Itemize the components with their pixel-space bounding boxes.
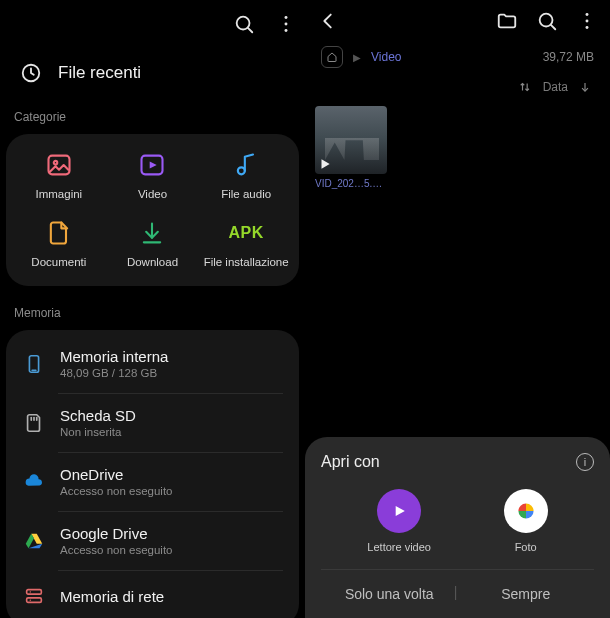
sort-row[interactable]: Data xyxy=(305,72,610,98)
back-icon[interactable] xyxy=(317,10,339,32)
storage-sub: Accesso non eseguito xyxy=(60,485,173,497)
app-video-player[interactable]: Lettore video xyxy=(367,489,431,553)
svg-marker-33 xyxy=(322,159,330,168)
category-label: Video xyxy=(138,188,167,200)
download-icon xyxy=(137,218,167,248)
onedrive-icon xyxy=(22,470,46,494)
app-label: Foto xyxy=(515,541,537,553)
sort-icon xyxy=(519,80,533,94)
storage-sd[interactable]: Scheda SD Non inserita xyxy=(6,393,299,452)
phone-icon xyxy=(22,352,46,376)
storage-network[interactable]: Memoria di rete xyxy=(6,570,299,618)
toolbar xyxy=(0,0,305,48)
svg-point-7 xyxy=(54,161,58,165)
svg-point-10 xyxy=(238,167,245,174)
category-label: File audio xyxy=(221,188,271,200)
category-label: Immagini xyxy=(36,188,83,200)
folder-toolbar xyxy=(305,0,610,38)
more-icon[interactable] xyxy=(275,13,297,35)
apk-icon: APK xyxy=(231,218,261,248)
network-storage-icon xyxy=(22,584,46,608)
svg-rect-22 xyxy=(27,598,42,603)
folder-view: ▶ Video 39,72 MB Data VID_202…5.mp4 Apri… xyxy=(305,0,610,618)
category-video[interactable]: Video xyxy=(106,150,200,200)
svg-point-28 xyxy=(586,20,589,23)
sheet-actions: Solo una volta Sempre xyxy=(321,569,594,618)
storage-title: OneDrive xyxy=(60,466,173,483)
storage-internal[interactable]: Memoria interna 48,09 GB / 128 GB xyxy=(6,334,299,393)
categories-header: Categorie xyxy=(0,106,305,134)
category-immagini[interactable]: Immagini xyxy=(12,150,106,200)
chevron-right-icon: ▶ xyxy=(353,52,361,63)
search-icon[interactable] xyxy=(536,10,558,32)
audio-icon xyxy=(231,150,261,180)
video-player-icon xyxy=(377,489,421,533)
search-icon[interactable] xyxy=(233,13,255,35)
open-once-button[interactable]: Solo una volta xyxy=(321,570,458,618)
google-drive-icon xyxy=(22,529,46,553)
video-icon xyxy=(137,150,167,180)
new-folder-icon[interactable] xyxy=(496,10,518,32)
file-name: VID_202…5.mp4 xyxy=(315,178,387,189)
categories-card: Immagini Video File audio Documenti xyxy=(6,134,299,286)
video-thumbnail xyxy=(315,106,387,174)
sort-label: Data xyxy=(543,80,568,94)
svg-point-27 xyxy=(586,13,589,16)
svg-rect-6 xyxy=(48,156,69,175)
play-icon xyxy=(318,157,332,171)
category-apk[interactable]: APK File installazione xyxy=(199,218,293,268)
app-google-photos[interactable]: Foto xyxy=(504,489,548,553)
home-icon[interactable] xyxy=(321,46,343,68)
recent-files-row[interactable]: File recenti xyxy=(0,48,305,106)
svg-rect-21 xyxy=(27,590,42,595)
clock-icon xyxy=(20,62,42,84)
category-download[interactable]: Download xyxy=(106,218,200,268)
storage-title: Memoria interna xyxy=(60,348,168,365)
document-icon xyxy=(44,218,74,248)
svg-line-26 xyxy=(551,25,555,29)
file-item[interactable]: VID_202…5.mp4 xyxy=(315,106,387,189)
open-with-sheet: Apri con i Lettore video Foto Solo una v… xyxy=(305,437,610,618)
svg-point-3 xyxy=(285,23,288,26)
sd-card-icon xyxy=(22,411,46,435)
recent-files-label: File recenti xyxy=(58,63,141,83)
breadcrumb-current[interactable]: Video xyxy=(371,50,401,64)
google-photos-icon xyxy=(504,489,548,533)
storage-title: Google Drive xyxy=(60,525,173,542)
category-label: Download xyxy=(127,256,178,268)
file-manager-home: File recenti Categorie Immagini Video F xyxy=(0,0,305,618)
sheet-title: Apri con xyxy=(321,453,380,471)
category-documenti[interactable]: Documenti xyxy=(12,218,106,268)
storage-onedrive[interactable]: OneDrive Accesso non eseguito xyxy=(6,452,299,511)
category-audio[interactable]: File audio xyxy=(199,150,293,200)
open-always-button[interactable]: Sempre xyxy=(458,570,595,618)
info-icon[interactable]: i xyxy=(576,453,594,471)
breadcrumb: ▶ Video 39,72 MB xyxy=(305,38,610,72)
svg-point-4 xyxy=(285,29,288,32)
svg-line-1 xyxy=(248,28,252,32)
svg-marker-34 xyxy=(396,506,405,516)
svg-point-23 xyxy=(30,591,31,592)
storage-card: Memoria interna 48,09 GB / 128 GB Scheda… xyxy=(6,330,299,618)
storage-title: Memoria di rete xyxy=(60,588,164,605)
storage-sub: Accesso non eseguito xyxy=(60,544,173,556)
image-icon xyxy=(44,150,74,180)
svg-point-2 xyxy=(285,16,288,19)
storage-gdrive[interactable]: Google Drive Accesso non eseguito xyxy=(6,511,299,570)
storage-sub: 48,09 GB / 128 GB xyxy=(60,367,168,379)
svg-point-24 xyxy=(30,599,31,600)
more-icon[interactable] xyxy=(576,10,598,32)
storage-title: Scheda SD xyxy=(60,407,136,424)
arrow-down-icon xyxy=(578,80,592,94)
app-label: Lettore video xyxy=(367,541,431,553)
storage-header: Memoria xyxy=(0,302,305,330)
svg-point-29 xyxy=(586,26,589,29)
storage-sub: Non inserita xyxy=(60,426,136,438)
category-label: File installazione xyxy=(204,256,289,268)
svg-marker-9 xyxy=(150,162,157,169)
category-label: Documenti xyxy=(31,256,86,268)
folder-size: 39,72 MB xyxy=(543,50,594,64)
